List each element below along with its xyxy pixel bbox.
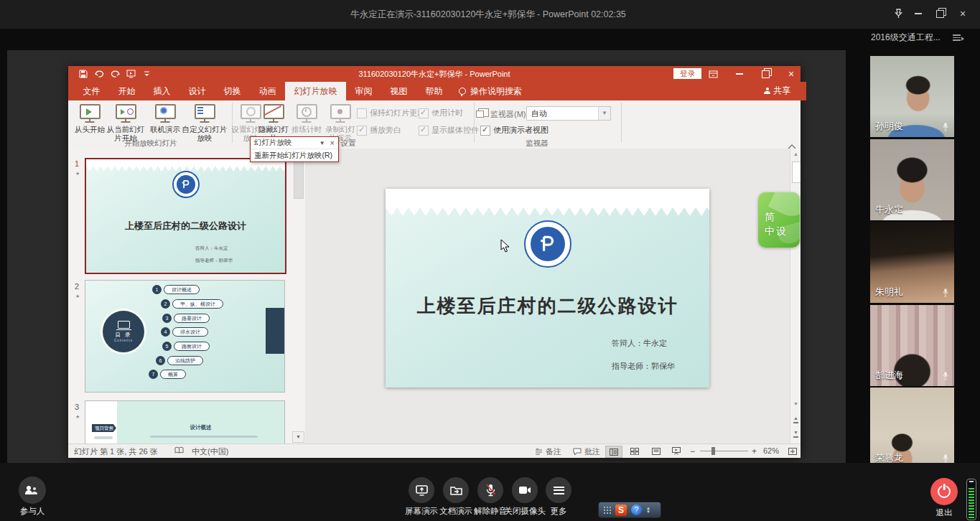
ribbon: 从头开始 从当前幻灯片开始 联机演示 自定义幻灯片放映 设置幻灯片放映 隐藏幻灯… <box>68 100 801 149</box>
ppt-restore-button[interactable] <box>756 68 775 80</box>
tab-design[interactable]: 设计 <box>179 82 215 100</box>
scrollbar-thumb[interactable] <box>792 161 801 183</box>
use-presenter-view-checkbox[interactable]: 使用演示者视图 <box>480 125 549 136</box>
drag-handle-icon[interactable] <box>603 506 611 515</box>
current-slide[interactable]: 上楼至后庄村的二级公路设计 答辩人：牛永定 指导老师：郭保华 <box>386 189 709 388</box>
spellcheck-icon[interactable] <box>174 446 184 456</box>
restore-button[interactable] <box>932 7 948 20</box>
panel-scroll-down-button[interactable]: ▼ <box>292 431 304 443</box>
zoom-level[interactable]: 62% <box>763 446 779 455</box>
zoom-slider-thumb[interactable] <box>711 447 715 455</box>
participants-button[interactable] <box>19 477 46 504</box>
login-button[interactable]: 登录 <box>673 68 701 79</box>
participant-video-3[interactable]: 朱明礼 <box>870 222 954 303</box>
tab-home[interactable]: 开始 <box>109 82 144 100</box>
tab-slideshow[interactable]: 幻灯片放映 <box>285 82 346 100</box>
use-timings-checkbox[interactable]: 使用计时 <box>419 108 463 118</box>
tab-transitions[interactable]: 切换 <box>215 82 250 100</box>
scroll-down-icon[interactable]: ▼ <box>792 401 800 406</box>
camera-off-button[interactable] <box>512 477 538 503</box>
doc-share-button[interactable] <box>443 477 469 503</box>
reading-view-button[interactable] <box>648 446 664 456</box>
participant-video-1[interactable]: 孙明俊 <box>870 56 954 137</box>
redo-icon[interactable] <box>108 68 121 80</box>
mic-icon <box>942 122 949 132</box>
screen-share-button[interactable] <box>409 477 434 503</box>
qat-customize-caret[interactable] <box>140 68 153 80</box>
tab-view[interactable]: 视图 <box>381 82 416 100</box>
monitor-icon <box>478 108 489 117</box>
exit-label: 退出 <box>915 507 973 518</box>
participant-video-5[interactable]: 荣腾龙 <box>870 388 954 469</box>
jianzhongshe-watermark[interactable]: 简 中设 <box>758 192 800 248</box>
save-icon[interactable] <box>77 68 90 80</box>
close-icon: × <box>788 69 794 79</box>
slide-title: 上楼至后庄村的二级公路设计 <box>386 294 709 319</box>
chevron-down-icon[interactable]: ▼ <box>319 140 325 146</box>
tab-help[interactable]: 帮助 <box>416 82 452 100</box>
screen-share-icon <box>416 485 428 496</box>
exit-button[interactable] <box>930 478 958 505</box>
next-slide-button[interactable]: ▼ <box>792 430 800 438</box>
participant-name: 郜进海 <box>875 369 903 382</box>
pin-icon[interactable] <box>890 7 906 20</box>
fit-to-window-button[interactable] <box>785 446 801 456</box>
zoom-out-button[interactable]: − <box>690 446 695 456</box>
slide-2-thumbnail[interactable]: 目 录 Contents 1设计概述 2平、纵、横设计 3路基设计 4排水设计 … <box>85 280 285 393</box>
play-screen-icon <box>80 104 101 119</box>
slide-1-thumbnail[interactable]: 上楼至后庄村的二级公路设计 答辩人：牛永定 指导老师：郭保华 <box>85 158 286 274</box>
slideshow-view-button[interactable] <box>668 446 684 456</box>
checkbox-label: 使用演示者视图 <box>493 125 549 136</box>
ribbon-tab-row: 文件 开始 插入 设计 切换 动画 幻灯片放映 审阅 视图 帮助 操作说明搜索 <box>68 82 806 100</box>
keep-slides-updated-checkbox[interactable]: 保持幻灯片更新 <box>357 108 425 118</box>
notes-button[interactable]: 备注 <box>535 446 561 457</box>
sogou-logo[interactable]: S <box>615 504 627 516</box>
slide-sorter-view-button[interactable] <box>627 446 643 456</box>
play-narrations-checkbox[interactable]: 播放旁白 <box>357 125 401 136</box>
scroll-up-icon[interactable]: ▲ <box>792 151 800 156</box>
panel-scrollbar-thumb[interactable] <box>294 159 304 199</box>
participant-video-4[interactable]: 郜进海 <box>870 305 954 386</box>
ppt-minimize-button[interactable] <box>730 68 749 80</box>
previous-slide-button[interactable]: ▲ <box>792 416 800 423</box>
comments-button[interactable]: 批注 <box>573 446 600 457</box>
help-icon[interactable]: ? <box>631 504 642 515</box>
close-button[interactable]: × <box>955 7 971 20</box>
undo-icon[interactable] <box>93 68 106 80</box>
share-button[interactable]: 共享 <box>764 85 790 97</box>
start-slideshow-icon[interactable] <box>124 68 137 80</box>
tell-me-search[interactable]: 操作说明搜索 <box>459 82 522 100</box>
camera-icon <box>518 486 531 494</box>
ime-expand-icon[interactable]: ▲▼ <box>646 507 650 514</box>
restart-slideshow-item[interactable]: 重新开始幻灯片放映(R) <box>251 149 338 161</box>
zoom-in-button[interactable]: + <box>752 446 757 456</box>
unmute-button[interactable] <box>477 477 503 503</box>
tab-review[interactable]: 审阅 <box>346 82 381 100</box>
clock-screen-icon <box>297 104 317 119</box>
zoom-slider-track[interactable] <box>700 451 748 451</box>
minimize-button[interactable] <box>910 7 926 20</box>
tab-insert[interactable]: 插入 <box>144 82 179 100</box>
close-icon[interactable]: × <box>330 139 335 147</box>
search-label: 操作说明搜索 <box>470 85 522 98</box>
participant-video-2[interactable]: 牛永定 <box>870 139 954 220</box>
audio-level-meter <box>966 479 976 520</box>
checkbox-icon <box>480 126 490 136</box>
tab-file[interactable]: 文件 <box>74 82 109 100</box>
checkbox-label: 显示媒体控件 <box>431 125 479 136</box>
ribbon-display-options-button[interactable] <box>704 68 722 80</box>
more-button[interactable] <box>546 477 571 503</box>
monitor-label: 监视器(M): <box>490 109 528 120</box>
ime-toolbar[interactable]: S ? ▲▼ <box>598 502 661 518</box>
language-indicator[interactable]: 中文(中国) <box>192 446 228 457</box>
collapse-ribbon-icon[interactable] <box>787 140 798 149</box>
toc-item: 设计概述 <box>164 285 200 294</box>
participant-list-icon[interactable] <box>953 34 964 42</box>
tab-animations[interactable]: 动画 <box>250 82 285 100</box>
show-media-controls-checkbox[interactable]: 显示媒体控件 <box>419 125 479 136</box>
ppt-close-button[interactable]: × <box>782 68 801 80</box>
normal-view-button[interactable] <box>605 446 622 458</box>
university-logo <box>524 220 571 268</box>
monitor-dropdown[interactable]: 自动 ▼ <box>526 106 611 121</box>
slide-3-thumbnail[interactable]: 项目背景 设计概述 <box>85 400 285 443</box>
